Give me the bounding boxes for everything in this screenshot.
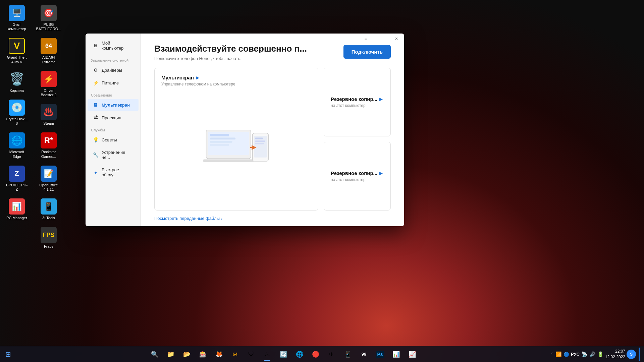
search-icon: 🔍 [151, 351, 158, 358]
card-left-desc: Управление телефоном на компьютере [161, 82, 311, 86]
tray-battery-icon: 🔋 [597, 351, 604, 357]
start-button[interactable]: ⊞ [0, 346, 16, 362]
file-manager-icon: 📂 [183, 351, 191, 358]
card-backup-top[interactable]: Резервное копир... ▶ на этот компьютер [324, 68, 391, 136]
tray-wifi-icon: 📡 [581, 351, 588, 357]
taskbar-tray: ⌃ 📶 🔵 РУС 📡 🔊 🔋 22:07 12.02.2022 S [551, 348, 644, 361]
yandex-icon: 🦊 [215, 351, 223, 358]
desktop-icon-aida64[interactable]: 64 AIDA64Extreme [35, 36, 62, 66]
telegram-icon: ✈ [329, 351, 334, 358]
taskbar-end-bar [639, 348, 640, 361]
sidebar-item-power[interactable]: ⚡ Питание [88, 77, 139, 89]
sidebar-item-multiscreen[interactable]: 🖥 Мультиэкран [88, 99, 139, 111]
troubleshoot-icon: 🔧 [93, 152, 98, 158]
window-controls: ≡ — ✕ [358, 34, 404, 44]
taskbar-browser-yandex[interactable]: 🦊 [212, 347, 226, 362]
sidebar: 🖥 Мой компьютер Управление системой ⚙ Др… [86, 34, 141, 226]
desktop-icon-driverbooster[interactable]: ⚡ DriverBooster 9 [35, 69, 62, 99]
svg-rect-2 [210, 134, 229, 136]
tray-arrow[interactable]: ⌃ [551, 352, 554, 356]
transferred-files-link[interactable]: Посмотреть переданные файлы › [141, 210, 404, 226]
desktop-icon-openoffice[interactable]: 📝 OpenOffice4.1.11 [35, 164, 62, 193]
cpuid-tb-icon: 99 [362, 352, 366, 357]
section-label-connection: Соединение [86, 89, 141, 99]
desktop-icon-rockstar[interactable]: R* RockstarGames... [35, 131, 62, 160]
desktop-icon-pcmanager[interactable]: 📊 PC Manager [3, 197, 30, 222]
taskbar-launcher[interactable]: 🎰 [196, 347, 210, 362]
user-avatar[interactable]: S [627, 350, 636, 359]
cards-right-area: Резервное копир... ▶ на этот компьютер Р… [324, 68, 391, 210]
sidebar-item-projection[interactable]: 📽 Проекция [88, 112, 139, 124]
app-window: ≡ — ✕ 🖥 Мой компьютер Управление системо… [86, 34, 404, 226]
taskbar-calc[interactable]: 📊 [389, 347, 404, 362]
aida-icon: 64 [233, 352, 237, 357]
sidebar-item-fastservice[interactable]: ● Быстрое обслу... [88, 164, 139, 181]
tips-icon: 💡 [93, 137, 98, 142]
pcmanager-icon: 🛡 [248, 351, 254, 358]
taskbar-steam[interactable]: ♨ [260, 347, 275, 362]
desktop-icon-area: 🖥️ Этот компьютер V Grand TheftAuto V 🗑️… [3, 3, 64, 250]
lang-indicator[interactable]: РУС [571, 352, 580, 357]
taskbar-explorer[interactable]: 📁 [163, 347, 178, 362]
taskbar-search[interactable]: 🔍 [147, 347, 162, 362]
desktop-icon-recycle[interactable]: 🗑️ Корзина [3, 69, 30, 95]
gear-icon: ⚙ [93, 67, 98, 73]
sidebar-item-tips[interactable]: 💡 Советы [88, 134, 139, 146]
launcher-icon: 🎰 [199, 351, 207, 358]
minimize-button[interactable]: — [373, 34, 389, 44]
sidebar-item-my-computer[interactable]: 🖥 Мой компьютер [88, 37, 139, 54]
multiscreen-icon: 🖥 [93, 102, 98, 108]
sidebar-item-troubleshoot[interactable]: 🔧 Устранение не... [88, 146, 139, 163]
calculator-icon: 📊 [392, 351, 400, 358]
connect-button[interactable]: Подключить [343, 45, 391, 59]
arrow-icon-bottom: ▶ [379, 171, 382, 176]
card-right-top-title: Резервное копир... ▶ [331, 96, 384, 102]
taskbar-antivirus[interactable]: 🔴 [308, 347, 323, 362]
main-content: Взаимодействуйте совершенно п... Подключ… [141, 34, 404, 226]
taskbar-ai-manager[interactable]: 📈 [405, 347, 420, 362]
monitor-icon: 🖥 [93, 43, 98, 48]
svg-rect-6 [203, 159, 254, 162]
taskbar-cpuid[interactable]: 99 [357, 347, 371, 362]
taskbar-clock[interactable]: 22:07 12.02.2022 [605, 349, 625, 360]
kaspersky-icon: 🔄 [280, 351, 287, 358]
taskbar-edge[interactable]: 🌐 [292, 347, 307, 362]
desktop-icon-pubg[interactable]: 🎯 PUBGBATTLEGRO... [35, 3, 62, 33]
taskbar-telegram[interactable]: ✈ [324, 347, 339, 362]
photoshop-icon: Ps [376, 351, 384, 358]
taskbar-pcmanager[interactable]: 🛡 [244, 347, 259, 362]
card-multiscreen: Мультиэкран ▶ Управление телефоном на ко… [154, 68, 318, 210]
card-left-title: Мультиэкран ▶ [161, 75, 311, 80]
header-text-area: Взаимодействуйте совершенно п... Подключ… [154, 44, 307, 61]
cards-area: Мультиэкран ▶ Управление телефоном на ко… [141, 68, 404, 210]
desktop-icon-cpuid[interactable]: Z CPUID CPU-Z [3, 164, 30, 193]
card-right-bottom-title: Резервное копир... ▶ [331, 170, 384, 176]
taskbar-kaspersky[interactable]: 🔄 [276, 347, 291, 362]
taskbar-photoshop[interactable]: Ps [373, 347, 387, 362]
close-button[interactable]: ✕ [389, 34, 404, 44]
taskbar-center: 🔍 📁 📂 🎰 🦊 64 🛡 ♨ 🔄 🌐 🔴 [16, 347, 551, 362]
desktop-icon-msedge[interactable]: 🌐 MicrosoftEdge [3, 131, 30, 160]
menu-button[interactable]: ≡ [358, 34, 373, 44]
sidebar-item-drivers[interactable]: ⚙ Драйверы [88, 64, 139, 76]
arrow-icon-top: ▶ [379, 97, 382, 102]
desktop-icon-3utool[interactable]: 📱 3uTools [35, 197, 62, 222]
illustration-area [161, 86, 311, 203]
taskbar-whatsapp[interactable]: 📱 [340, 347, 355, 362]
taskbar: ⊞ 🔍 📁 📂 🎰 🦊 64 🛡 ♨ 🔄 🌐 [0, 346, 644, 362]
taskbar-files[interactable]: 📂 [179, 347, 194, 362]
antivirus-icon: 🔴 [312, 351, 319, 358]
tray-icons[interactable]: ⌃ 📶 🔵 РУС 📡 🔊 🔋 [551, 351, 604, 357]
desktop-icon-fraps[interactable]: FPS Fraps [35, 225, 62, 250]
desktop-icon-gta5[interactable]: V Grand TheftAuto V [3, 36, 30, 66]
tray-pcmgr-icon: 🔵 [564, 352, 569, 357]
desktop-icon-steam[interactable]: ♨️ Steam [35, 102, 62, 127]
page-subtitle: Подключите телефон Honor, чтобы начать. [154, 56, 307, 61]
taskbar-aida64[interactable]: 64 [228, 347, 243, 362]
card-backup-bottom[interactable]: Резервное копир... ▶ на этот компьютер [324, 142, 391, 210]
desktop-icon-my-computer[interactable]: 🖥️ Этот компьютер [3, 3, 30, 33]
desktop-icon-crystaldisk[interactable]: 💿 CrystalDisk...8 [3, 98, 30, 127]
section-label-system: Управление системой [86, 54, 141, 64]
svg-rect-3 [210, 137, 235, 139]
section-label-services: Службы [86, 124, 141, 133]
